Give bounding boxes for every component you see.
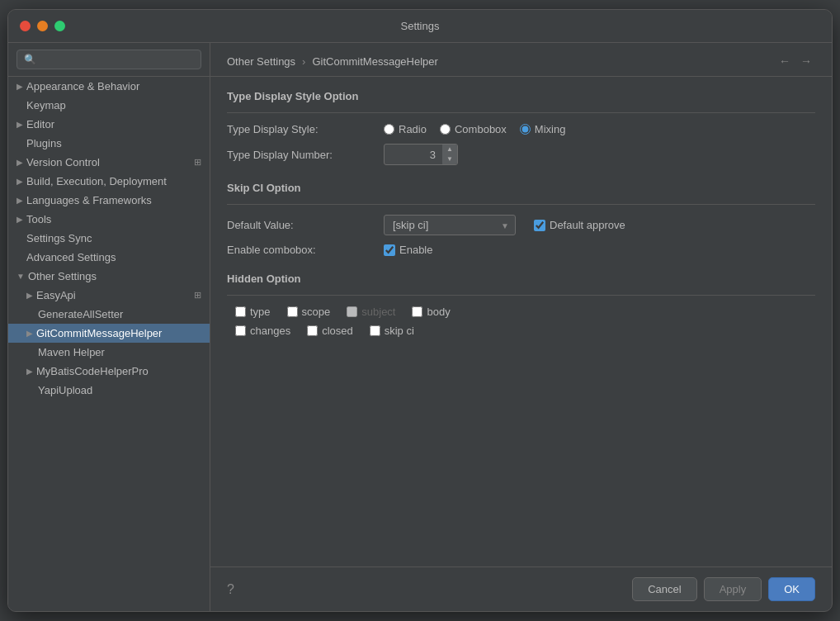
radio-combobox-input[interactable] <box>440 124 451 135</box>
hidden-scope-checkbox[interactable] <box>287 306 298 317</box>
section-divider-2 <box>227 204 815 205</box>
ok-button[interactable]: OK <box>768 577 815 601</box>
nav-back-button[interactable]: ← <box>776 53 794 69</box>
content-header: Other Settings › GitCommitMessageHelper … <box>210 43 832 77</box>
sidebar-label: Other Settings <box>28 270 97 282</box>
nav-forward-button[interactable]: → <box>797 53 815 69</box>
help-icon[interactable]: ? <box>227 582 234 597</box>
dropdown-wrap: [skip ci] --no-ci skip-ci ▼ <box>384 215 516 235</box>
hidden-row-2: changes closed skip ci <box>235 325 815 337</box>
default-approve-checkbox[interactable] <box>534 220 545 231</box>
hidden-subject-checkbox[interactable] <box>347 306 357 317</box>
default-approve-option[interactable]: Default approve <box>534 219 625 231</box>
number-input-wrap: 3 ▲ ▼ <box>384 144 458 165</box>
sidebar-item-version-control[interactable]: Version Control ⊞ <box>8 153 210 172</box>
sidebar-item-easyapi[interactable]: EasyApi ⊞ <box>8 286 210 305</box>
section-divider <box>227 112 815 113</box>
apply-button[interactable]: Apply <box>704 577 762 601</box>
sidebar-label: Appearance & Behavior <box>26 80 139 92</box>
sidebar-item-editor[interactable]: Editor <box>8 115 210 134</box>
sidebar-item-other-settings[interactable]: Other Settings <box>8 267 210 286</box>
hidden-closed-checkbox[interactable] <box>307 325 318 336</box>
radio-mixing-input[interactable] <box>520 124 531 135</box>
sidebar-item-mybatis[interactable]: MyBatisCodeHelperPro <box>8 362 210 381</box>
breadcrumb: Other Settings › GitCommitMessageHelper <box>227 55 438 68</box>
chevron-down-icon <box>17 272 25 281</box>
default-value-row: Default Value: [skip ci] --no-ci skip-ci… <box>227 215 815 235</box>
cancel-button[interactable]: Cancel <box>632 577 696 601</box>
sidebar-item-keymap[interactable]: Keymap <box>8 96 210 115</box>
spin-up-button[interactable]: ▲ <box>442 145 457 154</box>
hidden-type-option[interactable]: type <box>235 306 271 318</box>
hidden-scope-option[interactable]: scope <box>287 306 331 318</box>
maximize-button[interactable] <box>54 21 65 31</box>
hidden-changes-option[interactable]: changes <box>235 325 290 337</box>
sidebar-label: Settings Sync <box>26 232 92 244</box>
default-value-select[interactable]: [skip ci] --no-ci skip-ci <box>384 215 516 235</box>
sidebar-label: Editor <box>26 118 54 130</box>
spin-down-button[interactable]: ▼ <box>442 154 457 164</box>
radio-mixing-option[interactable]: Mixing <box>520 123 566 135</box>
section-divider-3 <box>227 295 815 296</box>
sidebar-item-tools[interactable]: Tools <box>8 210 210 229</box>
hidden-body-checkbox[interactable] <box>412 306 422 317</box>
hidden-skipci-option[interactable]: skip ci <box>370 325 414 337</box>
title-bar: Settings <box>8 10 832 43</box>
hidden-closed-option[interactable]: closed <box>307 325 353 337</box>
sidebar-item-appearance-behavior[interactable]: Appearance & Behavior <box>8 77 210 96</box>
hidden-type-checkbox[interactable] <box>235 306 246 317</box>
sidebar-item-gitcommitmessagehelper[interactable]: GitCommitMessageHelper <box>8 324 210 343</box>
skip-ci-section: Skip CI Option Default Value: [skip ci] … <box>227 182 815 256</box>
sidebar-item-settings-sync[interactable]: Settings Sync <box>8 229 210 248</box>
hidden-scope-label: scope <box>302 306 331 318</box>
default-value-label: Default Value: <box>227 219 375 231</box>
sidebar-label: EasyApi <box>36 289 76 301</box>
enable-combobox-row: Enable combobox: Enable <box>227 244 815 256</box>
sidebar-label: Advanced Settings <box>26 251 116 263</box>
type-display-style-row: Type Display Style: Radio Combobox <box>227 123 815 135</box>
sidebar-label: Version Control <box>26 156 100 168</box>
hidden-body-option[interactable]: body <box>412 306 450 318</box>
hidden-option-title: Hidden Option <box>227 273 815 285</box>
sidebar-item-advanced-settings[interactable]: Advanced Settings <box>8 248 210 267</box>
hidden-closed-label: closed <box>322 325 353 337</box>
hidden-body-label: body <box>427 306 450 318</box>
radio-radio-label: Radio <box>399 123 427 135</box>
breadcrumb-separator: › <box>302 55 305 68</box>
sidebar: Appearance & Behavior Keymap Editor Plug… <box>8 43 210 611</box>
default-approve-label: Default approve <box>550 219 625 231</box>
minimize-button[interactable] <box>37 21 48 31</box>
search-input[interactable] <box>17 50 201 69</box>
sidebar-item-generateallsetter[interactable]: GenerateAllSetter <box>8 305 210 324</box>
sidebar-item-yapiupload[interactable]: YapiUpload <box>8 381 210 400</box>
chevron-right-icon <box>26 329 33 338</box>
hidden-changes-checkbox[interactable] <box>235 325 246 336</box>
type-display-number-row: Type Display Number: 3 ▲ ▼ <box>227 144 815 165</box>
enable-checkbox[interactable] <box>384 244 395 256</box>
enable-label: Enable <box>399 244 432 256</box>
sidebar-item-plugins[interactable]: Plugins <box>8 134 210 153</box>
spinner-buttons: ▲ ▼ <box>442 145 457 164</box>
type-display-title: Type Display Style Option <box>227 90 815 102</box>
radio-radio-option[interactable]: Radio <box>384 123 427 135</box>
sidebar-label: Keymap <box>26 99 66 111</box>
hidden-skipci-label: skip ci <box>385 325 414 337</box>
radio-radio-input[interactable] <box>384 124 394 135</box>
breadcrumb-current: GitCommitMessageHelper <box>312 55 437 68</box>
radio-combobox-option[interactable]: Combobox <box>440 123 507 135</box>
sidebar-item-maven-helper[interactable]: Maven Helper <box>8 343 210 362</box>
enable-option[interactable]: Enable <box>384 244 432 256</box>
hidden-skipci-checkbox[interactable] <box>370 325 380 336</box>
sidebar-item-languages[interactable]: Languages & Frameworks <box>8 191 210 210</box>
hidden-subject-option[interactable]: subject <box>347 306 395 318</box>
close-button[interactable] <box>20 21 31 31</box>
easyapi-badge: ⊞ <box>194 290 201 301</box>
number-input[interactable]: 3 <box>385 146 442 164</box>
chevron-right-icon <box>17 120 23 129</box>
chevron-right-icon <box>17 196 23 205</box>
enable-combobox-label: Enable combobox: <box>227 244 375 256</box>
hidden-changes-label: changes <box>250 325 290 337</box>
sidebar-label: GenerateAllSetter <box>38 308 123 320</box>
radio-combobox-label: Combobox <box>455 123 507 135</box>
sidebar-item-build[interactable]: Build, Execution, Deployment <box>8 172 210 191</box>
